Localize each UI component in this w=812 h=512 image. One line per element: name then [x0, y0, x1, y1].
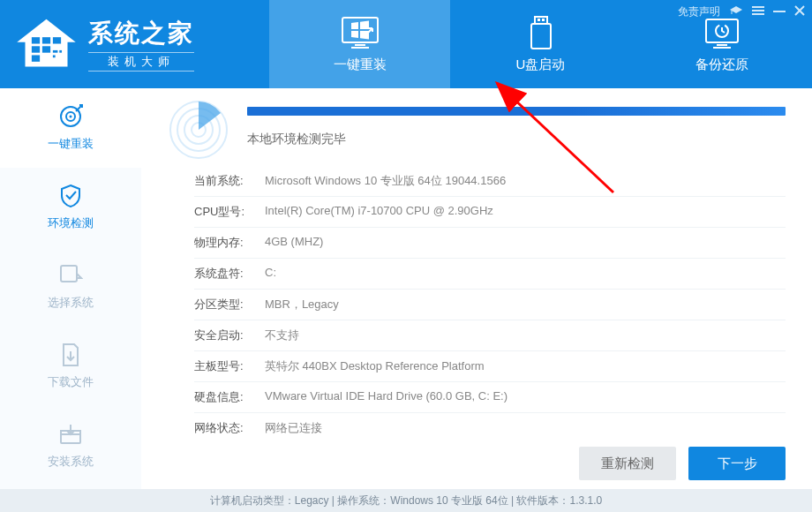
info-label: CPU型号:: [194, 204, 265, 220]
svg-rect-18: [717, 44, 727, 46]
rescan-button[interactable]: 重新检测: [579, 447, 676, 480]
app-subtitle: 装机大师: [88, 52, 194, 72]
sidebar-item-label: 下载文件: [48, 374, 94, 390]
info-row: 安全启动:不支持: [194, 320, 786, 351]
svg-rect-4: [42, 46, 50, 52]
svg-rect-8: [53, 55, 56, 57]
info-label: 当前系统:: [194, 173, 265, 189]
info-label: 分区类型:: [194, 297, 265, 312]
install-box-icon: [58, 422, 83, 447]
info-value: 英特尔 440BX Desktop Reference Platform: [265, 358, 786, 374]
svg-rect-2: [53, 37, 61, 43]
scan-status-text: 本地环境检测完毕: [247, 132, 786, 147]
info-value: VMware Virtual IDE Hard Drive (60.0 GB, …: [265, 389, 786, 405]
svg-rect-10: [355, 44, 365, 46]
info-row: 系统盘符:C:: [194, 259, 786, 290]
select-system-icon: [58, 263, 83, 288]
info-row: 物理内存:4GB (MHZ): [194, 228, 786, 259]
svg-rect-3: [32, 46, 40, 52]
progress-bar: [247, 107, 786, 116]
sidebar: 一键重装 环境检测 选择系统 下载文件 安装系统: [0, 88, 141, 489]
next-button[interactable]: 下一步: [688, 447, 786, 480]
sidebar-item-label: 安装系统: [48, 454, 94, 470]
nav-tab-usb-boot[interactable]: U盘启动: [450, 0, 631, 88]
info-value: 网络已连接: [265, 420, 786, 436]
info-label: 网络状态:: [194, 420, 265, 436]
info-label: 物理内存:: [194, 235, 265, 251]
svg-rect-20: [752, 6, 764, 8]
sidebar-item-env-check[interactable]: 环境检测: [0, 168, 141, 247]
app-title: 系统之家: [88, 17, 194, 50]
info-value: 不支持: [265, 328, 786, 343]
svg-rect-27: [61, 266, 77, 282]
disclaimer-link[interactable]: 免责声明: [678, 4, 720, 19]
svg-rect-1: [42, 37, 50, 43]
svg-rect-12: [535, 17, 547, 24]
nav-tab-label: 一键重装: [334, 56, 387, 73]
house-logo-icon: [13, 18, 79, 71]
svg-rect-13: [538, 19, 540, 21]
windows-reinstall-icon: [339, 16, 381, 49]
svg-point-26: [70, 116, 72, 118]
svg-rect-7: [59, 50, 62, 53]
info-row: 分区类型:MBR，Legacy: [194, 290, 786, 320]
info-label: 系统盘符:: [194, 266, 265, 282]
svg-rect-11: [351, 47, 369, 49]
svg-rect-23: [773, 11, 786, 12]
info-value: MBR，Legacy: [265, 297, 786, 312]
info-row: 当前系统:Microsoft Windows 10 专业版 64位 19044.…: [194, 166, 786, 197]
info-row: 硬盘信息:VMware Virtual IDE Hard Drive (60.0…: [194, 382, 786, 413]
svg-rect-22: [752, 13, 764, 15]
info-value: C:: [265, 266, 786, 282]
svg-rect-14: [542, 19, 545, 21]
svg-rect-19: [713, 47, 731, 49]
nav-tab-reinstall[interactable]: 一键重装: [269, 0, 450, 88]
menu-icon[interactable]: [752, 5, 764, 19]
target-arrow-icon: [58, 104, 83, 129]
svg-rect-6: [53, 50, 58, 53]
info-row: CPU型号:Intel(R) Core(TM) i7-10700 CPU @ 2…: [194, 197, 786, 228]
info-value: Intel(R) Core(TM) i7-10700 CPU @ 2.90GHz: [265, 204, 786, 220]
nav-tab-label: 备份还原: [695, 56, 748, 73]
close-button[interactable]: [794, 5, 805, 19]
sidebar-item-reinstall[interactable]: 一键重装: [0, 88, 141, 168]
graduation-cap-icon[interactable]: [729, 5, 743, 19]
header: 系统之家 装机大师 一键重装 U盘启动 备份还原 免责声明: [0, 0, 812, 88]
sidebar-item-download[interactable]: 下载文件: [0, 327, 141, 406]
info-row: 网络状态:网络已连接: [194, 413, 786, 443]
logo-area: 系统之家 装机大师: [0, 0, 269, 88]
usb-drive-icon: [520, 16, 562, 49]
radar-scan-icon: [168, 99, 229, 161]
svg-rect-5: [32, 55, 40, 61]
sidebar-item-install[interactable]: 安装系统: [0, 406, 141, 486]
sidebar-item-label: 环境检测: [48, 215, 94, 231]
status-bar: 计算机启动类型：Legacy | 操作系统：Windows 10 专业版 64位…: [0, 489, 812, 512]
svg-rect-15: [531, 24, 551, 49]
main-content: 本地环境检测完毕 当前系统:Microsoft Windows 10 专业版 6…: [141, 88, 812, 489]
info-row: 主板型号:英特尔 440BX Desktop Reference Platfor…: [194, 351, 786, 382]
sidebar-item-label: 一键重装: [48, 136, 94, 152]
sidebar-item-select-system[interactable]: 选择系统: [0, 247, 141, 327]
shield-check-icon: [58, 184, 83, 208]
info-value: Microsoft Windows 10 专业版 64位 19044.1566: [265, 173, 786, 189]
titlebar-controls: 免责声明: [678, 4, 805, 19]
info-label: 安全启动:: [194, 328, 265, 343]
nav-tab-label: U盘启动: [516, 56, 566, 73]
info-label: 主板型号:: [194, 358, 265, 374]
system-info-table: 当前系统:Microsoft Windows 10 专业版 64位 19044.…: [168, 166, 786, 443]
download-file-icon: [58, 343, 83, 367]
info-value: 4GB (MHZ): [265, 235, 786, 251]
minimize-button[interactable]: [773, 5, 786, 19]
sidebar-item-label: 选择系统: [48, 295, 94, 311]
info-label: 硬盘信息:: [194, 389, 265, 405]
backup-restore-icon: [701, 16, 743, 49]
svg-rect-0: [32, 37, 40, 43]
svg-rect-21: [752, 10, 764, 11]
